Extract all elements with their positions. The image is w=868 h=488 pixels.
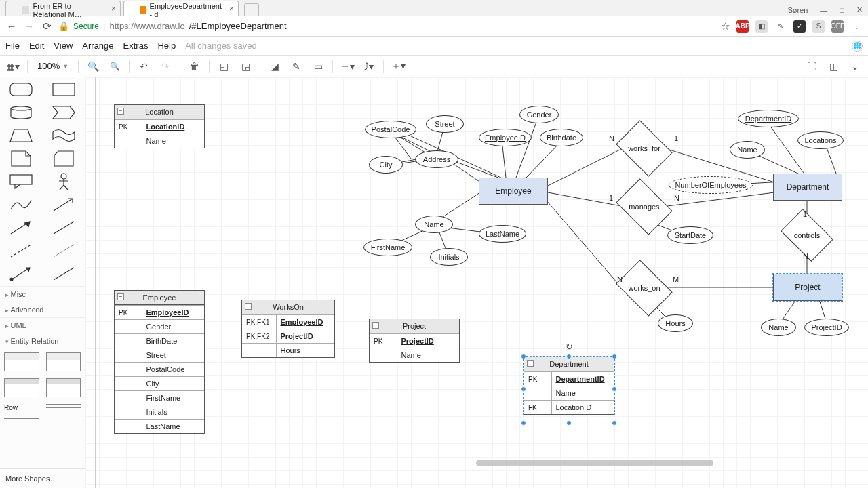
er-shape-table2[interactable] (46, 352, 81, 371)
shape-thinline[interactable] (47, 243, 81, 259)
selection-handle[interactable] (521, 420, 526, 426)
attr-locations[interactable]: Locations (797, 131, 844, 149)
attr-startdate[interactable]: StartDate (667, 226, 713, 244)
collapse-icon[interactable]: ⌄ (846, 58, 864, 75)
er-shape-row[interactable] (46, 404, 81, 408)
attr-address[interactable]: Address (415, 150, 458, 168)
delete-icon[interactable]: 🗑 (186, 58, 203, 75)
menu-file[interactable]: File (5, 41, 20, 51)
shape-biarrow[interactable] (47, 197, 81, 213)
collapse-icon[interactable]: − (372, 322, 379, 329)
sidebar-section-uml[interactable]: UML (0, 317, 85, 333)
globe-icon[interactable]: 🌐 (852, 41, 863, 52)
zoom-in-icon[interactable]: 🔍 (84, 58, 102, 75)
rel-works-for[interactable]: works_for (621, 131, 667, 165)
sidebar-section-er[interactable]: Entity Relation (0, 333, 85, 348)
attr-hours[interactable]: Hours (658, 314, 693, 332)
attr-name[interactable]: Name (415, 216, 453, 233)
er-shape-table4[interactable] (46, 378, 81, 397)
minimize-icon[interactable]: — (820, 6, 827, 14)
attr-postalcode[interactable]: PostalCode (365, 121, 416, 138)
er-row-label[interactable]: Row (4, 404, 39, 411)
collapse-icon[interactable]: − (117, 293, 124, 300)
canvas[interactable]: PostalCode Street City Address EmployeeI… (85, 77, 868, 488)
table-project[interactable]: −Project PKProjectID Name (369, 319, 460, 363)
shape-line[interactable] (47, 220, 81, 236)
close-icon[interactable]: × (111, 4, 116, 14)
menu-arrange[interactable]: Arrange (82, 41, 113, 51)
menu-icon[interactable]: ⋮ (850, 20, 863, 33)
menu-view[interactable]: View (54, 41, 73, 51)
maximize-icon[interactable]: □ (840, 6, 844, 14)
rotate-handle[interactable]: ↻ (564, 342, 574, 351)
attr-initials[interactable]: Initials (430, 248, 468, 266)
ext-icon[interactable]: ◧ (755, 20, 768, 33)
shape-step[interactable] (47, 104, 81, 121)
menu-extras[interactable]: Extras (123, 41, 149, 51)
entity-employee[interactable]: Employee (479, 178, 548, 205)
menu-help[interactable]: Help (157, 41, 176, 51)
fullscreen-icon[interactable]: ⛶ (803, 58, 821, 75)
collapse-icon[interactable]: − (527, 360, 534, 367)
shadow-icon[interactable]: ▭ (309, 58, 327, 75)
selection-handle[interactable] (566, 354, 572, 359)
reload-icon[interactable]: ⟳ (41, 20, 53, 33)
abp-icon[interactable]: ABP (736, 20, 749, 33)
shape-wave[interactable] (47, 127, 81, 144)
sidebar-section-advanced[interactable]: Advanced (0, 302, 85, 317)
attr-deptid[interactable]: DepartmentID (738, 110, 799, 127)
forward-icon[interactable]: → (23, 20, 35, 32)
attr-lastname[interactable]: LastName (479, 225, 526, 243)
shape-trapezoid[interactable] (4, 127, 38, 144)
horizontal-scrollbar[interactable] (171, 458, 868, 468)
rel-manages[interactable]: manages (621, 190, 667, 224)
selection-handle[interactable] (612, 420, 617, 426)
undo-icon[interactable]: ↶ (135, 58, 153, 75)
waypoint-icon[interactable]: ⤴▾ (360, 58, 378, 75)
connection-icon[interactable]: →▾ (338, 58, 356, 75)
er-shape-table3[interactable] (4, 378, 39, 397)
shape-curve[interactable] (4, 197, 38, 213)
line-icon[interactable]: ✎ (288, 58, 305, 75)
shape-actor[interactable] (47, 174, 81, 190)
attr-projectid[interactable]: ProjectID (804, 319, 849, 336)
tab-er-relational[interactable]: From ER to Relational M… × (5, 1, 121, 16)
shape-note[interactable] (4, 150, 38, 167)
rel-works-on[interactable]: works_on (621, 271, 667, 305)
url-field[interactable]: 🔒 Secure | https://www.draw.io/#LEmploye… (58, 21, 713, 31)
chevron-down-icon[interactable]: ▼ (62, 63, 68, 70)
ext-icon[interactable]: ✎ (774, 20, 787, 33)
more-shapes-button[interactable]: More Shapes… (0, 468, 85, 488)
table-employee[interactable]: −Employee PKEmployeeID Gender BirthDate … (114, 290, 205, 434)
shape-dashed[interactable] (4, 243, 38, 259)
ext-icon[interactable]: S (812, 20, 825, 33)
selection-handle[interactable] (566, 420, 572, 426)
menu-edit[interactable]: Edit (29, 41, 44, 51)
ext-icon[interactable]: OFF (831, 20, 844, 33)
entity-project[interactable]: Project (773, 274, 842, 301)
shape-cylinder[interactable] (4, 104, 38, 121)
close-window-icon[interactable]: ✕ (856, 5, 863, 14)
attr-gender[interactable]: Gender (519, 106, 559, 123)
er-shape-table[interactable] (4, 352, 39, 371)
zoom-control[interactable]: 100% ▼ (33, 61, 73, 71)
tab-drawio[interactable]: EmployeeDepartment - d × (123, 1, 239, 16)
attr-numemp[interactable]: NumberOfEmployees (669, 176, 753, 194)
selection-handle[interactable] (521, 386, 526, 392)
shape-callout[interactable] (4, 174, 38, 190)
entity-department[interactable]: Department (773, 174, 842, 201)
format-panel-icon[interactable]: ◫ (825, 58, 842, 75)
redo-icon[interactable]: ↷ (157, 58, 174, 75)
insert-icon[interactable]: ＋▾ (389, 58, 407, 75)
shape-arrow[interactable] (4, 220, 38, 236)
attr-street[interactable]: Street (426, 115, 464, 133)
selection-handle[interactable] (612, 354, 617, 359)
zoom-out-icon[interactable]: 🔍 (106, 58, 123, 75)
close-icon[interactable]: × (229, 4, 234, 14)
table-workson[interactable]: −WorksOn PK,FK1EmployeeID PK,FK2ProjectI… (241, 300, 335, 358)
er-shape-divider[interactable] (4, 418, 39, 421)
to-back-icon[interactable]: ◲ (237, 58, 254, 75)
attr-birthdate[interactable]: Birthdate (540, 129, 583, 146)
attr-dname[interactable]: Name (730, 141, 765, 159)
ext-icon[interactable]: ✓ (793, 20, 806, 33)
